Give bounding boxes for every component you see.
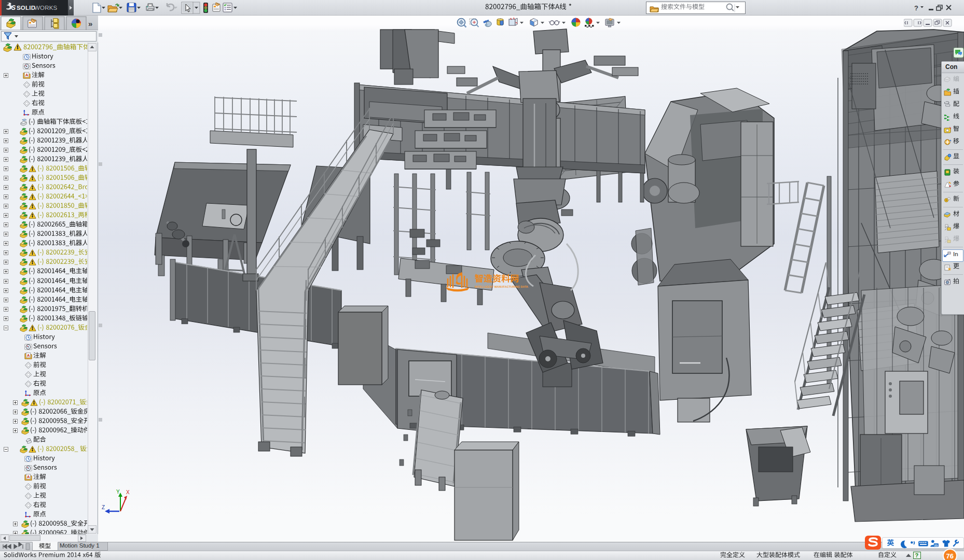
svg-text:76: 76 [946, 552, 954, 560]
svg-text:?: ? [915, 552, 919, 558]
svg-text:Y: Y [116, 489, 120, 495]
svg-text:»: » [88, 19, 92, 28]
svg-text:?: ? [914, 4, 918, 12]
svg-text:X: X [126, 489, 130, 495]
svg-text:INTELLIGENT MANUFACTURING DATA: INTELLIGENT MANUFACTURING DATA [475, 285, 528, 288]
svg-text:25: 25 [934, 544, 938, 547]
